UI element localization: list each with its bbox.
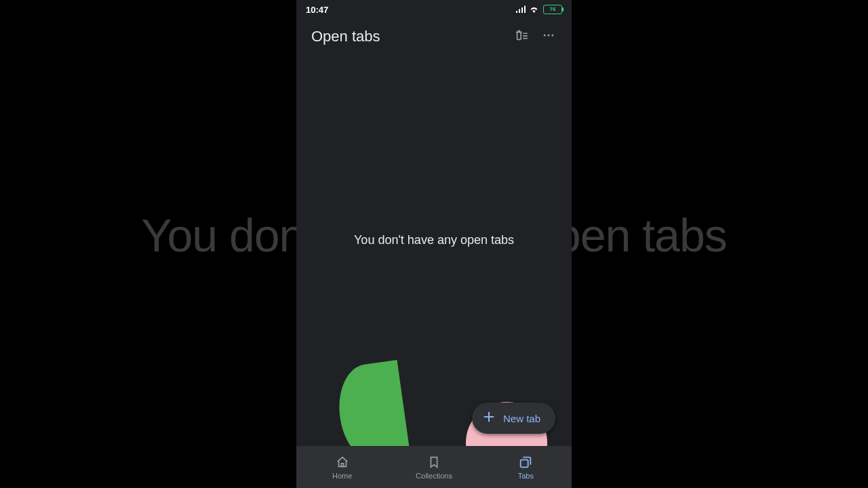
cellular-signal-icon xyxy=(516,5,526,15)
svg-point-9 xyxy=(551,35,553,37)
battery-level: 76 xyxy=(550,7,556,12)
svg-point-8 xyxy=(548,35,550,37)
plus-icon xyxy=(481,409,496,427)
svg-rect-2 xyxy=(521,7,523,13)
page-title: Open tabs xyxy=(311,28,508,45)
nav-home-label: Home xyxy=(332,472,352,480)
new-tab-label: New tab xyxy=(503,413,540,424)
wifi-icon xyxy=(529,5,539,15)
home-icon xyxy=(335,455,350,470)
bookmark-icon xyxy=(427,455,441,470)
decorative-shape-green xyxy=(333,360,410,446)
nav-home[interactable]: Home xyxy=(296,446,388,488)
status-bar: 10:47 76 xyxy=(296,1,572,18)
svg-rect-3 xyxy=(524,5,526,13)
battery-icon: 76 xyxy=(543,5,562,14)
main-content: You don't have any open tabs xyxy=(296,56,572,446)
status-time: 10:47 xyxy=(306,5,328,15)
nav-collections-label: Collections xyxy=(416,472,452,480)
svg-rect-13 xyxy=(521,460,528,467)
new-tab-button[interactable]: New tab xyxy=(472,403,555,434)
svg-rect-1 xyxy=(519,9,520,13)
tabs-icon xyxy=(518,455,533,470)
overflow-menu-button[interactable] xyxy=(535,23,562,50)
trash-list-icon xyxy=(514,28,529,45)
svg-rect-0 xyxy=(516,11,517,13)
svg-point-7 xyxy=(544,35,546,37)
nav-tabs-label: Tabs xyxy=(518,472,534,480)
nav-tabs[interactable]: Tabs xyxy=(480,446,572,488)
svg-rect-12 xyxy=(341,463,343,466)
status-indicators: 76 xyxy=(516,5,562,15)
empty-state-message: You don't have any open tabs xyxy=(296,233,572,247)
more-horizontal-icon xyxy=(542,28,555,45)
bottom-navigation: Home Collections Tabs xyxy=(296,446,572,488)
nav-collections[interactable]: Collections xyxy=(388,446,479,488)
app-header: Open tabs xyxy=(296,18,572,56)
phone-frame: 10:47 76 Open tabs xyxy=(296,0,572,488)
clear-tabs-button[interactable] xyxy=(508,23,535,50)
